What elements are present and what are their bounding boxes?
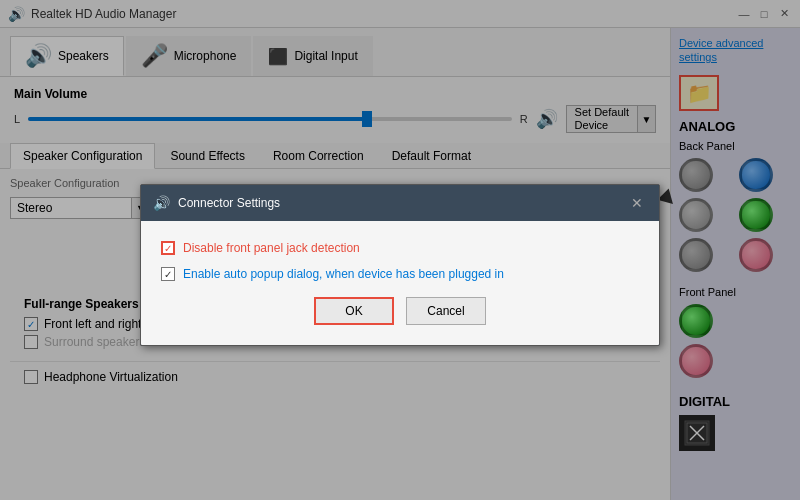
dialog-icon: 🔊 — [153, 195, 170, 211]
auto-popup-row: ✓ Enable auto popup dialog, when device … — [161, 267, 639, 281]
connector-settings-dialog: 🔊 Connector Settings ✕ ✓ Disable front p… — [140, 184, 660, 346]
dialog-close-button[interactable]: ✕ — [627, 193, 647, 213]
disable-front-panel-checkbox[interactable]: ✓ — [161, 241, 175, 255]
dialog-title: Connector Settings — [178, 196, 280, 210]
dialog-title-bar: 🔊 Connector Settings ✕ — [141, 185, 659, 221]
auto-popup-label: Enable auto popup dialog, when device ha… — [183, 267, 504, 281]
disable-front-panel-label: Disable front panel jack detection — [183, 241, 360, 255]
cancel-button[interactable]: Cancel — [406, 297, 486, 325]
dialog-body: ✓ Disable front panel jack detection ✓ E… — [141, 221, 659, 345]
auto-popup-checkbox[interactable]: ✓ — [161, 267, 175, 281]
dialog-buttons: OK Cancel — [161, 297, 639, 325]
disable-front-panel-row: ✓ Disable front panel jack detection — [161, 241, 639, 255]
dialog-title-left: 🔊 Connector Settings — [153, 195, 280, 211]
ok-button[interactable]: OK — [314, 297, 394, 325]
dialog-overlay: 🔊 Connector Settings ✕ ✓ Disable front p… — [0, 0, 800, 500]
